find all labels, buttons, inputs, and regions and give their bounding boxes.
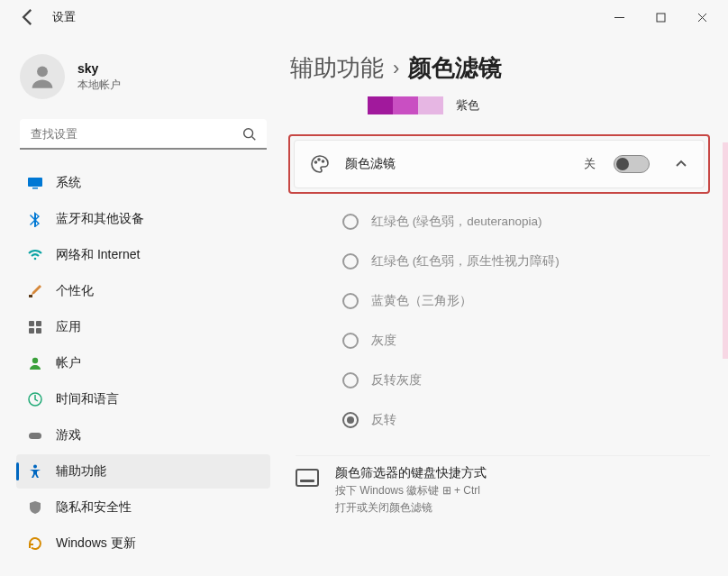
nav-network[interactable]: 网络和 Internet <box>16 238 270 272</box>
nav-windows-update[interactable]: Windows 更新 <box>16 526 270 561</box>
nav-privacy[interactable]: 隐私和安全性 <box>16 490 270 525</box>
option-grayscale-inverted[interactable]: 反转灰度 <box>342 372 710 389</box>
filter-options: 红绿色 (绿色弱，deuteranopia) 红绿色 (红色弱，原生性视力障碍)… <box>342 214 710 428</box>
nav-label: 游戏 <box>56 427 81 443</box>
palette-icon <box>309 153 331 175</box>
svg-point-15 <box>32 358 38 363</box>
svg-rect-12 <box>36 321 41 326</box>
right-accent-edge <box>723 142 728 359</box>
option-label: 红绿色 (绿色弱，deuteranopia) <box>371 214 542 230</box>
wifi-icon <box>27 247 43 263</box>
nav-label: 隐私和安全性 <box>56 499 132 516</box>
svg-rect-7 <box>28 178 42 187</box>
svg-line-6 <box>252 137 256 141</box>
main-content: 辅助功能 › 颜色滤镜 紫色 颜色滤镜 关 红绿色 ( <box>276 34 728 576</box>
arrow-left-icon <box>16 5 40 29</box>
window-title: 设置 <box>52 9 76 25</box>
account-block[interactable]: sky 本地帐户 <box>16 43 270 115</box>
color-filter-card[interactable]: 颜色滤镜 关 <box>294 140 705 188</box>
nav-label: 辅助功能 <box>56 463 106 480</box>
gamepad-icon <box>27 427 43 443</box>
radio-icon <box>342 372 359 389</box>
nav-accounts[interactable]: 帐户 <box>16 346 270 380</box>
svg-rect-10 <box>29 295 32 297</box>
account-name: sky <box>77 61 121 76</box>
nav-bluetooth[interactable]: 蓝牙和其他设备 <box>16 202 270 236</box>
nav-apps[interactable]: 应用 <box>16 310 270 344</box>
svg-rect-17 <box>29 433 41 439</box>
radio-icon <box>342 412 359 428</box>
nav-list: 系统 蓝牙和其他设备 网络和 Internet 个性化 应用 帐户 <box>16 166 270 561</box>
nav-label: 个性化 <box>56 283 94 299</box>
svg-rect-11 <box>29 321 34 326</box>
nav-label: 蓝牙和其他设备 <box>56 211 144 227</box>
color-filter-toggle[interactable] <box>614 155 650 173</box>
color-swatches <box>368 96 443 114</box>
svg-point-5 <box>244 129 253 138</box>
svg-point-9 <box>34 258 37 261</box>
radio-icon <box>342 333 359 349</box>
option-label: 灰度 <box>371 333 396 349</box>
update-icon <box>27 535 43 552</box>
toggle-state-label: 关 <box>584 156 596 172</box>
back-button[interactable] <box>16 5 40 29</box>
option-label: 反转 <box>371 412 396 428</box>
nav-label: 时间和语言 <box>56 391 119 407</box>
globe-clock-icon <box>27 391 43 407</box>
brush-icon <box>27 283 43 299</box>
maximize-button[interactable] <box>640 4 681 31</box>
option-protanopia[interactable]: 红绿色 (红色弱，原生性视力障碍) <box>342 253 710 270</box>
nav-time-language[interactable]: 时间和语言 <box>16 382 270 416</box>
nav-gaming[interactable]: 游戏 <box>16 418 270 453</box>
svg-point-4 <box>37 66 48 77</box>
account-sub: 本地帐户 <box>77 78 121 93</box>
minimize-button[interactable] <box>598 4 640 31</box>
search-box[interactable] <box>20 119 267 150</box>
option-tritanopia[interactable]: 蓝黄色（三角形） <box>342 293 710 309</box>
svg-point-20 <box>318 159 320 160</box>
nav-system[interactable]: 系统 <box>16 166 270 200</box>
option-deuteranopia[interactable]: 红绿色 (绿色弱，deuteranopia) <box>342 214 710 230</box>
nav-label: 应用 <box>56 319 81 335</box>
breadcrumb-parent[interactable]: 辅助功能 <box>290 52 384 84</box>
nav-label: Windows 更新 <box>56 535 136 552</box>
nav-label: 帐户 <box>56 355 81 371</box>
svg-rect-14 <box>36 328 41 334</box>
radio-icon <box>342 214 359 230</box>
search-icon <box>241 126 258 142</box>
preview-swatch-row: 紫色 <box>288 96 728 114</box>
person-icon <box>27 61 58 92</box>
nav-personalization[interactable]: 个性化 <box>16 274 270 308</box>
close-button[interactable] <box>681 4 723 31</box>
sidebar: sky 本地帐户 系统 蓝牙和其他设备 网络和 Internet <box>0 34 276 576</box>
nav-label: 网络和 Internet <box>56 247 140 263</box>
keyboard-shortcut-row[interactable]: 颜色筛选器的键盘快捷方式 按下 Windows 徽标键 ⊞ + Ctrl 打开或… <box>296 455 710 516</box>
bluetooth-icon <box>27 211 43 227</box>
chevron-right-icon: › <box>393 57 399 80</box>
svg-rect-1 <box>657 14 665 22</box>
svg-point-19 <box>315 161 317 163</box>
svg-rect-8 <box>32 187 38 189</box>
radio-icon <box>342 293 359 309</box>
option-grayscale[interactable]: 灰度 <box>342 333 710 349</box>
swatch-label: 紫色 <box>456 97 479 114</box>
keyboard-icon <box>296 469 319 487</box>
breadcrumb-current: 颜色滤镜 <box>408 52 502 84</box>
person-icon <box>27 355 43 371</box>
option-label: 红绿色 (红色弱，原生性视力障碍) <box>371 253 560 270</box>
svg-point-21 <box>323 160 324 162</box>
chevron-up-icon[interactable] <box>673 156 689 172</box>
swatch <box>393 96 418 114</box>
kb-title: 颜色筛选器的键盘快捷方式 <box>335 465 487 481</box>
kb-sub: 按下 Windows 徽标键 ⊞ + Ctrl <box>335 483 487 498</box>
close-icon <box>697 13 707 23</box>
highlight-frame: 颜色滤镜 关 <box>288 134 710 194</box>
option-label: 反转灰度 <box>371 372 422 389</box>
svg-point-18 <box>33 465 37 469</box>
minimize-icon <box>614 13 624 23</box>
svg-rect-13 <box>29 328 34 334</box>
nav-accessibility[interactable]: 辅助功能 <box>16 454 270 489</box>
search-input[interactable] <box>20 119 267 150</box>
avatar <box>20 54 65 99</box>
option-inverted[interactable]: 反转 <box>342 412 710 428</box>
